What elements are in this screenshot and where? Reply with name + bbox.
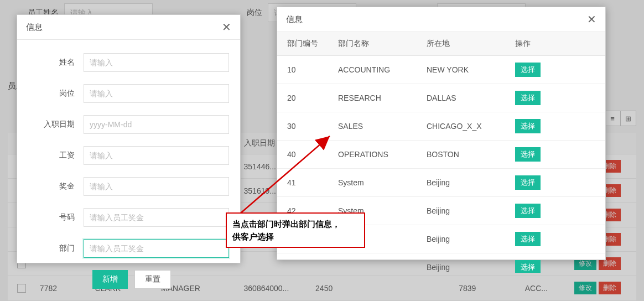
dept-row: 41SystemBeijing选择 [277,169,605,197]
select-button[interactable]: 选择 [515,260,541,273]
dept-cell-name: SALES [333,115,421,137]
dept-row: Beijing选择 [277,253,605,273]
field-name-label: 姓名 [28,58,84,68]
dept-row: 40OPERATIONSBOSTON选择 [277,141,605,169]
select-button[interactable]: 选择 [515,63,541,77]
dept-row: 30SALESCHICAGO_X_X选择 [277,112,605,141]
dept-cell-loc: BOSTON [421,143,510,165]
dept-cell-name: OPERATIONS [333,143,421,165]
dept-col-action: 操作 [510,32,576,55]
dept-cell-loc: CHICAGO_X_X [421,115,510,137]
field-name-input[interactable] [84,53,229,72]
dept-cell-no: 40 [277,143,333,165]
reset-button[interactable]: 重置 [134,270,171,289]
select-button[interactable]: 选择 [515,91,541,105]
field-wage-input[interactable] [84,146,229,165]
field-hiredate-input[interactable] [84,115,229,134]
select-button[interactable]: 选择 [515,204,541,218]
info-form-modal: 信息 ✕ 姓名 岗位 入职日期 工资 奖金 号码 部门 [17,14,241,263]
close-icon[interactable]: ✕ [587,14,596,25]
field-wage-label: 工资 [28,150,84,160]
dept-cell-no [277,261,333,273]
callout-line2: 供客户选择 [232,231,359,243]
field-hiredate-label: 入职日期 [28,120,84,129]
dept-cell-name: RESEARCH [333,87,421,109]
modal-left-title: 信息 [26,22,43,33]
dept-cell-loc: DALLAS [421,87,510,109]
dept-cell-loc: NEW YORK [421,59,510,81]
field-dept-input[interactable] [84,239,229,258]
dept-cell-loc: Beijing [421,228,510,250]
select-button[interactable]: 选择 [515,232,541,246]
dept-cell-name [333,261,421,273]
field-bonus-label: 奖金 [28,181,84,191]
dept-cell-loc: Beijing [421,200,510,222]
dept-cell-name: System [333,172,421,194]
field-dept-label: 部门 [28,243,84,253]
dept-col-loc: 所在地 [421,32,510,55]
dept-cell-loc: Beijing [421,172,510,194]
dept-cell-name: ACCOUNTING [333,59,421,81]
dept-col-name: 部门名称 [333,32,421,55]
dept-cell-loc: Beijing [421,256,510,273]
callout-line1: 当点击部门时弹出部门信息， [232,218,359,231]
new-button[interactable]: 新增 [92,270,128,289]
dept-cell-no: 10 [277,59,333,81]
select-button[interactable]: 选择 [515,147,541,162]
field-post-input[interactable] [84,84,229,103]
field-number-label: 号码 [28,212,84,222]
dept-cell-no: 20 [277,87,333,109]
field-post-label: 岗位 [28,89,84,98]
field-bonus-input[interactable] [84,177,229,196]
field-number-input[interactable] [84,208,229,227]
select-button[interactable]: 选择 [515,119,541,133]
dept-cell-no: 41 [277,172,333,194]
dept-row: 20RESEARCHDALLAS选择 [277,84,605,112]
annotation-callout: 当点击部门时弹出部门信息， 供客户选择 [226,212,365,248]
close-icon[interactable]: ✕ [222,22,231,33]
modal-right-title: 信息 [286,14,303,25]
dept-cell-no: 30 [277,115,333,137]
select-button[interactable]: 选择 [515,175,541,190]
dept-col-no: 部门编号 [277,32,333,55]
dept-row: 10ACCOUNTINGNEW YORK选择 [277,56,605,84]
